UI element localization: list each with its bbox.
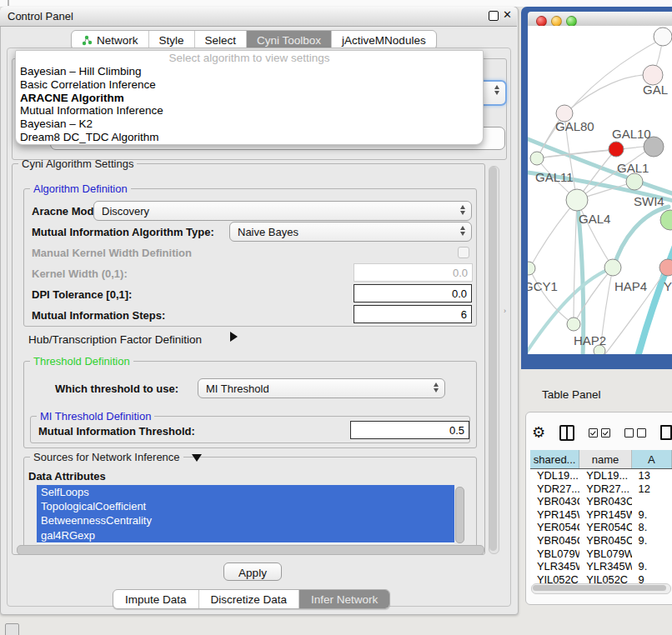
algorithm-option[interactable]: Mutual Information Inference (16, 104, 483, 118)
network-node-label: GAL1 (617, 161, 649, 175)
table-row[interactable]: YLR345WYLR345W9. (530, 560, 672, 573)
table-horizontal-scrollbar-thumb[interactable] (533, 585, 666, 591)
bottom-tabbar: Impute Data Discretize Data Infer Networ… (113, 589, 390, 609)
network-node[interactable] (654, 28, 672, 46)
mi-threshold-field[interactable] (350, 421, 469, 439)
table-cell: YBR045C (530, 534, 579, 548)
table-row[interactable]: YDL19...YDL19...13 (530, 469, 672, 482)
network-node[interactable] (609, 142, 624, 157)
sources-collapse-icon[interactable] (192, 454, 202, 462)
column-header-third[interactable]: A (632, 450, 672, 468)
network-icon (82, 35, 93, 46)
network-node[interactable] (659, 259, 672, 276)
network-graph: GALGAL80GAL10GAL11GAL1GAL4SWI4GCY1HAP4YH… (528, 26, 672, 354)
aracne-mode-combobox[interactable]: Discovery (93, 201, 472, 221)
attribute-item[interactable]: BetweennessCentrality (37, 513, 454, 528)
select-all-icon[interactable] (589, 428, 610, 438)
spinner-icon (434, 382, 439, 392)
tab-impute-data[interactable]: Impute Data (113, 590, 199, 608)
table-row[interactable]: YPR145WYPR145W9. (530, 508, 672, 522)
gear-icon[interactable]: ⚙ (532, 425, 545, 440)
data-attributes-label: Data Attributes (28, 470, 106, 482)
table-cell: YPR145W (530, 508, 579, 522)
network-edge[interactable] (574, 200, 577, 324)
dpi-tolerance-field[interactable] (354, 284, 472, 302)
table-cell: YLR345W (530, 560, 579, 573)
algorithm-option[interactable]: ARACNE Algorithm (16, 92, 483, 105)
network-node[interactable] (567, 318, 580, 331)
manual-kernel-checkbox[interactable] (458, 247, 469, 258)
mi-type-combobox[interactable]: Naive Bayes (229, 222, 472, 242)
algorithm-option[interactable]: Bayesian – K2 (16, 118, 483, 131)
spinner-icon (460, 205, 465, 215)
network-edge[interactable] (638, 242, 672, 354)
tab-infer-network[interactable]: Infer Network (299, 590, 389, 608)
attribute-item[interactable]: SelfLoops (37, 485, 454, 499)
network-node[interactable] (604, 259, 621, 276)
apply-button[interactable]: Apply (223, 562, 282, 581)
table-cell: YDL19... (579, 469, 631, 482)
table-row[interactable]: YER054CYER054C8. (530, 521, 672, 534)
network-node[interactable] (530, 152, 544, 165)
table-cell: YER054C (579, 521, 631, 534)
network-node[interactable] (660, 210, 672, 230)
close-icon[interactable]: ✕ (503, 8, 512, 21)
dock-panel-icon[interactable] (5, 623, 19, 635)
mi-threshold-label: Mutual Information Threshold: (38, 425, 195, 438)
network-node[interactable] (528, 262, 535, 275)
column-header-shared-name[interactable]: shared... (530, 450, 579, 468)
attribute-list-scrollbar[interactable] (455, 487, 464, 543)
table-cell: YBR043C (530, 495, 579, 508)
node-table[interactable]: shared... name A YDL19...YDL19...13YDR27… (530, 450, 672, 585)
table-panel-title: Table Panel (542, 388, 601, 401)
table-row[interactable]: YDR27...YDR27...12 (530, 482, 672, 496)
tab-impute-data-label: Impute Data (125, 593, 187, 606)
network-edge[interactable] (614, 207, 669, 268)
table-cell: 9. (632, 560, 672, 573)
tab-style[interactable]: Style (149, 31, 195, 49)
algorithm-option[interactable]: Dream8 DC_TDC Algorithm (16, 131, 483, 144)
attribute-item[interactable]: gal4RGexp (37, 528, 454, 542)
network-canvas[interactable]: GALGAL80GAL10GAL11GAL1GAL4SWI4GCY1HAP4YH… (528, 26, 672, 354)
algorithm-option[interactable]: Basic Correlation Inference (16, 78, 483, 92)
function-builder-icon[interactable] (660, 425, 672, 440)
tab-cyni-toolbox[interactable]: Cyni Toolbox (247, 31, 332, 49)
tab-network[interactable]: Network (72, 31, 149, 49)
tab-jactivemnodules[interactable]: jActiveMNodules (332, 31, 436, 49)
attribute-item[interactable]: TopologicalCoefficient (37, 499, 454, 513)
hub-section-label[interactable]: Hub/Transcription Factor Definition (28, 333, 202, 346)
threshold-definition-label: Threshold Definition (30, 355, 133, 368)
network-node[interactable] (566, 189, 588, 211)
table-row[interactable]: YBR045CYBR045C9. (530, 534, 672, 548)
mi-threshold-group-label: MI Threshold Definition (37, 410, 154, 422)
which-threshold-value: MI Threshold (206, 382, 269, 395)
tab-select[interactable]: Select (195, 31, 248, 49)
settings-vertical-scrollbar-thumb[interactable] (489, 167, 497, 551)
float-window-icon[interactable] (489, 11, 499, 21)
algorithm-option[interactable]: Bayesian – Hill Climbing (16, 65, 483, 78)
table-body: YDL19...YDL19...13YDR27...YDR27...12YBR0… (530, 469, 672, 585)
network-edge[interactable] (564, 75, 653, 113)
network-edge[interactable] (529, 200, 577, 268)
tab-discretize-data[interactable]: Discretize Data (199, 590, 300, 608)
mi-steps-field[interactable] (354, 305, 472, 323)
which-threshold-combobox[interactable]: MI Threshold (198, 378, 445, 398)
table-row[interactable]: YBL079WYBL079W (530, 548, 672, 561)
mi-steps-label: Mutual Information Steps: (32, 309, 165, 322)
spinner-icon (494, 85, 499, 95)
network-node-label: Y (664, 279, 672, 293)
settings-horizontal-scrollbar[interactable] (17, 545, 484, 555)
data-attributes-list[interactable]: SelfLoopsTopologicalCoefficientBetweenne… (37, 485, 454, 543)
hub-collapse-icon[interactable] (230, 332, 238, 342)
kernel-width-field[interactable] (354, 263, 473, 282)
split-view-icon[interactable] (559, 425, 574, 441)
algorithm-definition-label: Algorithm Definition (30, 182, 131, 195)
splitter-handle-icon[interactable]: › (504, 307, 506, 315)
table-cell (632, 495, 672, 508)
deselect-all-icon[interactable] (624, 428, 646, 438)
manual-kernel-label: Manual Kernel Width Definition (32, 247, 192, 259)
network-node[interactable] (626, 173, 643, 190)
table-row[interactable]: YBR043CYBR043C (530, 495, 672, 508)
column-header-name[interactable]: name (579, 450, 632, 468)
top-tick (8, 0, 9, 6)
